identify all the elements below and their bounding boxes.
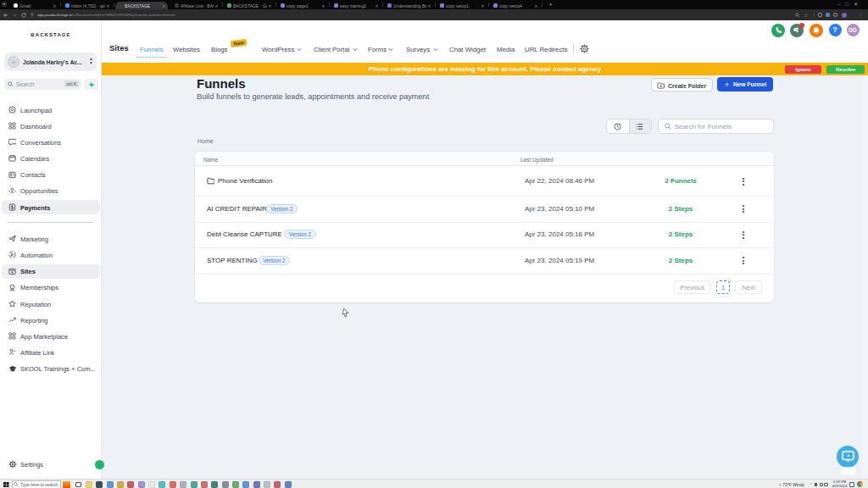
svg-text:R: R [797,28,799,32]
